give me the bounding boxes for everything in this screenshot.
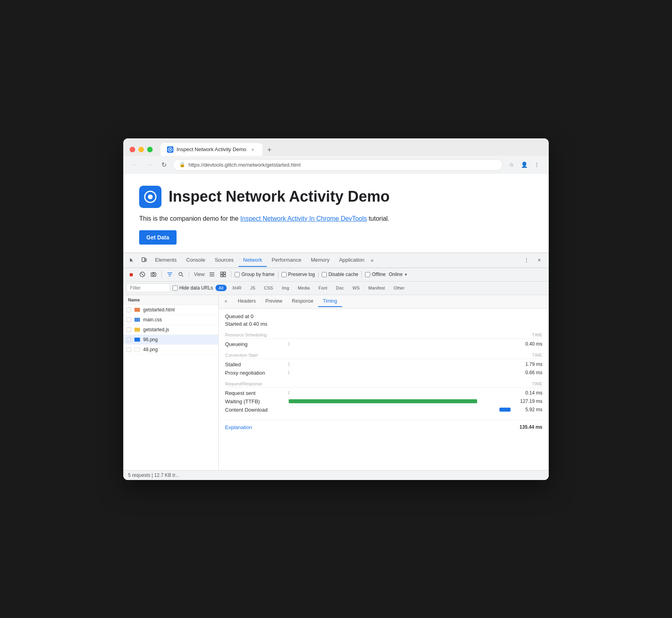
tab-console[interactable]: Console bbox=[181, 254, 210, 267]
svg-rect-5 bbox=[145, 258, 146, 261]
file-item-js[interactable]: getstarted.js bbox=[123, 325, 218, 335]
queueing-label: Queueing bbox=[225, 341, 289, 347]
connection-start-time-label: TIME bbox=[532, 353, 542, 358]
online-chevron[interactable]: ▾ bbox=[405, 272, 407, 277]
filter-doc-btn[interactable]: Doc bbox=[333, 285, 347, 291]
maximize-button[interactable] bbox=[147, 147, 153, 152]
tree-view-btn[interactable] bbox=[218, 270, 228, 279]
active-tab[interactable]: Inspect Network Activity Demo × bbox=[161, 143, 262, 156]
explanation-link[interactable]: Explanation bbox=[225, 424, 252, 430]
filter-ws-btn[interactable]: WS bbox=[350, 285, 363, 291]
tab-elements[interactable]: Elements bbox=[150, 254, 181, 267]
get-data-button[interactable]: Get Data bbox=[139, 230, 177, 245]
file-name-html: getstarted.html bbox=[143, 307, 175, 313]
file-item-html[interactable]: getstarted.html bbox=[123, 305, 218, 315]
filter-js-btn[interactable]: JS bbox=[247, 285, 258, 291]
file-item-96png[interactable]: 96.png bbox=[123, 335, 218, 345]
proxy-bar-area bbox=[289, 370, 511, 375]
preserve-log-label: Preserve log bbox=[288, 272, 315, 277]
tab-sources[interactable]: Sources bbox=[210, 254, 239, 267]
stalled-value: 1.79 ms bbox=[511, 361, 542, 367]
group-by-frame-checkbox[interactable] bbox=[235, 272, 240, 277]
file-checkbox-html[interactable] bbox=[126, 307, 131, 312]
device-toolbar-btn[interactable] bbox=[138, 255, 150, 266]
menu-button[interactable]: ⋮ bbox=[531, 159, 542, 170]
resource-scheduling-header: Resource Scheduling TIME bbox=[225, 332, 542, 339]
bookmark-button[interactable]: ☆ bbox=[506, 159, 517, 170]
back-button[interactable]: ← bbox=[130, 159, 141, 170]
refresh-button[interactable]: ↻ bbox=[158, 159, 169, 170]
detail-tab-preview[interactable]: Preview bbox=[260, 296, 287, 307]
tab-memory[interactable]: Memory bbox=[306, 254, 334, 267]
file-checkbox-js[interactable] bbox=[126, 327, 131, 332]
group-by-frame-label: Group by frame bbox=[241, 272, 274, 277]
file-item-48png[interactable]: 48.png bbox=[123, 345, 218, 355]
tab-favicon bbox=[167, 146, 173, 153]
inspect-element-btn[interactable] bbox=[126, 255, 138, 266]
file-item-css[interactable]: main.css bbox=[123, 315, 218, 325]
timing-meta: Queued at 0 Started at 0.40 ms bbox=[225, 313, 542, 327]
forward-button[interactable]: → bbox=[144, 159, 155, 170]
list-view-btn[interactable] bbox=[207, 270, 217, 279]
preserve-log-checkbox[interactable] bbox=[282, 272, 287, 277]
page-title: Inspect Network Activity Demo bbox=[169, 189, 390, 205]
resource-scheduling-time-label: TIME bbox=[532, 332, 542, 337]
filter-css-btn[interactable]: CSS bbox=[261, 285, 276, 291]
filter-other-btn[interactable]: Other bbox=[390, 285, 408, 291]
svg-rect-19 bbox=[223, 272, 225, 274]
tab-more[interactable]: » bbox=[369, 254, 375, 266]
disable-cache-checkbox[interactable] bbox=[322, 272, 327, 277]
url-bar[interactable]: 🔒 https://devtools.glitch.me/network/get… bbox=[173, 159, 503, 171]
request-response-header: Request/Response TIME bbox=[225, 381, 542, 388]
minimize-button[interactable] bbox=[138, 147, 144, 152]
close-button[interactable] bbox=[130, 147, 135, 152]
filter-btn[interactable] bbox=[165, 270, 175, 279]
tab-application[interactable]: Application bbox=[334, 254, 369, 267]
record-btn[interactable]: ⏺ bbox=[126, 270, 136, 279]
file-icon-css bbox=[134, 318, 140, 322]
filter-media-btn[interactable]: Media bbox=[295, 285, 313, 291]
request-sent-bar-area bbox=[289, 390, 511, 396]
svg-rect-20 bbox=[221, 275, 223, 277]
description-link[interactable]: Inspect Network Activity In Chrome DevTo… bbox=[240, 215, 367, 222]
address-bar: ← → ↻ 🔒 https://devtools.glitch.me/netwo… bbox=[123, 156, 549, 174]
file-checkbox-96png[interactable] bbox=[126, 337, 131, 342]
traffic-lights bbox=[130, 147, 153, 152]
offline-checkbox[interactable] bbox=[365, 272, 370, 277]
devtools-close-btn[interactable]: × bbox=[534, 255, 545, 266]
filter-all-btn[interactable]: All bbox=[216, 285, 227, 291]
devtools-more-btn[interactable]: ⋮ bbox=[521, 255, 532, 266]
filter-bar: Hide data URLs All XHR JS CSS Img Media … bbox=[123, 282, 549, 295]
filter-img-btn[interactable]: Img bbox=[279, 285, 292, 291]
filter-xhr-btn[interactable]: XHR bbox=[229, 285, 245, 291]
filter-input[interactable] bbox=[126, 284, 170, 292]
timing-row-stalled: Stalled 1.79 ms bbox=[225, 361, 542, 367]
detail-close-btn[interactable]: × bbox=[222, 297, 230, 305]
new-tab-button[interactable]: + bbox=[264, 145, 275, 156]
search-btn[interactable] bbox=[176, 270, 186, 279]
detail-tab-response[interactable]: Response bbox=[287, 296, 318, 307]
tab-bar: Inspect Network Activity Demo × + bbox=[161, 143, 542, 156]
lock-icon: 🔒 bbox=[179, 162, 185, 167]
tab-close-button[interactable]: × bbox=[250, 146, 256, 153]
stalled-tick bbox=[289, 362, 289, 366]
filter-manifest-btn[interactable]: Manifest bbox=[365, 285, 388, 291]
request-sent-value: 0.14 ms bbox=[511, 390, 542, 396]
camera-btn[interactable] bbox=[149, 270, 158, 279]
address-actions: ☆ 👤 ⋮ bbox=[506, 159, 542, 170]
filter-font-btn[interactable]: Font bbox=[315, 285, 330, 291]
detail-tab-headers[interactable]: Headers bbox=[233, 296, 260, 307]
file-checkbox-css[interactable] bbox=[126, 317, 131, 322]
svg-point-9 bbox=[153, 274, 155, 276]
tab-performance[interactable]: Performance bbox=[267, 254, 306, 267]
detail-tab-timing[interactable]: Timing bbox=[318, 296, 342, 307]
tab-network[interactable]: Network bbox=[239, 254, 267, 267]
hide-data-urls-checkbox[interactable] bbox=[173, 286, 178, 291]
url-text: https://devtools.glitch.me/network/getst… bbox=[188, 162, 301, 168]
timing-row-content-download: Content Download 5.92 ms bbox=[225, 407, 542, 413]
avatar-button[interactable]: 👤 bbox=[519, 159, 530, 170]
svg-rect-21 bbox=[223, 275, 225, 277]
clear-btn[interactable] bbox=[138, 270, 147, 279]
request-response-label: Request/Response bbox=[225, 381, 262, 386]
file-checkbox-48png[interactable] bbox=[126, 347, 131, 352]
